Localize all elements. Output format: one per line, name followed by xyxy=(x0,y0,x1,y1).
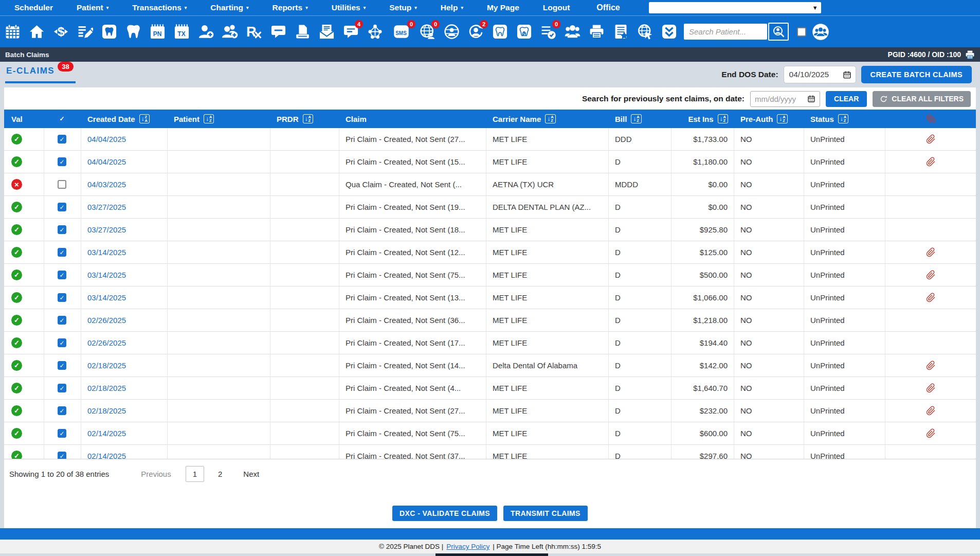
sort-icon[interactable]: ↓AZ xyxy=(777,114,787,123)
sort-icon[interactable]: ↓AZ xyxy=(631,114,641,123)
attachment-paperclip-icon[interactable] xyxy=(926,428,936,438)
attachment-paperclip-icon[interactable] xyxy=(926,134,936,144)
row-checkbox[interactable]: ✓ xyxy=(58,384,66,392)
header-carrier-name[interactable]: Carrier Name ↓AZ xyxy=(486,110,609,128)
add-patient-icon[interactable] xyxy=(197,23,214,41)
header-prdr[interactable]: PRDR ↓AZ xyxy=(270,110,339,128)
sort-icon[interactable]: ↓AZ xyxy=(718,114,728,123)
secondary-tooth-chart-icon[interactable]: 2 xyxy=(515,23,533,41)
document-star-icon[interactable] xyxy=(612,23,629,41)
prescriptions-icon[interactable] xyxy=(245,23,263,41)
staff-group-icon[interactable] xyxy=(564,23,581,41)
row-checkbox[interactable]: ✓ xyxy=(58,225,66,234)
header-val[interactable]: Val xyxy=(4,110,44,128)
header-created-date[interactable]: Created Date ↓ZA xyxy=(81,110,168,128)
page-button-2[interactable]: 2 xyxy=(211,467,229,481)
row-checkbox[interactable]: ✓ xyxy=(58,316,66,325)
patient-portal-icon[interactable] xyxy=(443,23,460,41)
progress-notes-icon[interactable]: PN xyxy=(149,23,166,41)
perio-tooth-icon[interactable] xyxy=(124,23,142,41)
sort-icon[interactable]: ↓AZ xyxy=(303,114,313,123)
row-checkbox[interactable]: ✓ xyxy=(58,361,66,370)
calendar-icon[interactable] xyxy=(843,70,851,79)
patient-search-button[interactable] xyxy=(768,23,789,41)
header-patient[interactable]: Patient ↓AZ xyxy=(168,110,270,128)
ledger-edit-icon[interactable] xyxy=(76,23,94,41)
next-page-button[interactable]: Next xyxy=(243,470,259,478)
select-all-checkbox[interactable]: ✓ xyxy=(58,115,66,123)
messages-icon[interactable]: 4 xyxy=(342,23,359,41)
patient-sync-icon[interactable]: 2 xyxy=(467,23,484,41)
created-date-link[interactable]: 02/14/2025 xyxy=(87,429,126,438)
created-date-link[interactable]: 03/27/2025 xyxy=(87,203,126,211)
row-checkbox[interactable]: ✓ xyxy=(58,271,66,279)
header-est-ins[interactable]: Est Ins ↓AZ xyxy=(672,110,734,128)
created-date-link[interactable]: 02/26/2025 xyxy=(87,338,126,347)
menu-item-my-page[interactable]: My Page xyxy=(487,3,519,12)
more-tools-icon[interactable] xyxy=(660,23,678,41)
row-checkbox[interactable]: ✓ xyxy=(58,135,66,144)
office-select[interactable]: ▼ xyxy=(649,2,821,13)
office-patients-icon[interactable] xyxy=(811,23,830,41)
menu-item-setup[interactable]: Setup▾ xyxy=(389,3,417,12)
sms-icon[interactable]: SMS0 xyxy=(390,23,412,41)
created-date-link[interactable]: 04/03/2025 xyxy=(87,180,126,189)
header-claim[interactable]: Claim xyxy=(339,110,486,128)
row-checkbox[interactable]: ✓ xyxy=(58,203,66,211)
row-checkbox[interactable]: ✓ xyxy=(58,429,66,438)
sort-icon[interactable]: ↓ZA xyxy=(139,114,150,123)
attachment-paperclip-icon[interactable] xyxy=(926,293,936,302)
menu-item-reports[interactable]: Reports▾ xyxy=(273,3,308,12)
header-bill[interactable]: Bill ↓AZ xyxy=(609,110,672,128)
row-checkbox[interactable]: ✓ xyxy=(58,338,66,347)
notes-icon[interactable] xyxy=(269,23,287,41)
created-date-link[interactable]: 04/04/2025 xyxy=(87,135,126,144)
row-checkbox[interactable]: ✓ xyxy=(58,452,66,459)
menu-item-help[interactable]: Help▾ xyxy=(441,3,463,12)
sort-icon[interactable]: ↓AZ xyxy=(545,114,555,123)
row-checkbox[interactable]: ✓ xyxy=(58,248,66,257)
attachment-paperclip-icon[interactable] xyxy=(926,270,936,280)
transmit-claims-button[interactable]: TRANSMIT CLAIMS xyxy=(503,506,588,521)
created-date-link[interactable]: 02/18/2025 xyxy=(87,361,126,370)
web-requests-icon[interactable]: 0 xyxy=(419,23,436,41)
row-checkbox[interactable] xyxy=(58,180,66,189)
schedule-icon[interactable] xyxy=(4,23,21,41)
header-pre-auth[interactable]: Pre-Auth ↓AZ xyxy=(734,110,804,128)
row-checkbox[interactable]: ✓ xyxy=(58,406,66,415)
created-date-link[interactable]: 03/14/2025 xyxy=(87,248,126,257)
created-date-link[interactable]: 02/18/2025 xyxy=(87,406,126,415)
treatment-plan-icon[interactable]: TX xyxy=(173,23,190,41)
print-page-icon[interactable] xyxy=(965,50,975,60)
privacy-policy-link[interactable]: Privacy Policy xyxy=(446,543,489,550)
menu-item-utilities[interactable]: Utilities▾ xyxy=(332,3,366,12)
calendar-icon[interactable] xyxy=(807,95,815,103)
previous-page-button[interactable]: Previous xyxy=(141,470,171,478)
menu-item-scheduler[interactable]: Scheduler xyxy=(14,3,53,12)
menu-item-charting[interactable]: Charting▾ xyxy=(210,3,248,12)
tab-eclaims[interactable]: E-CLAIMS 38 xyxy=(5,66,76,83)
attachment-paperclip-icon[interactable] xyxy=(926,361,936,370)
end-dos-date-input[interactable] xyxy=(789,70,840,79)
sort-icon[interactable]: ↓AZ xyxy=(838,114,848,123)
menu-item-patient[interactable]: Patient▾ xyxy=(77,3,108,12)
created-date-link[interactable]: 02/18/2025 xyxy=(87,384,126,392)
add-family-icon[interactable] xyxy=(221,23,239,41)
created-date-link[interactable]: 03/27/2025 xyxy=(87,225,126,234)
header-status[interactable]: Status ↓AZ xyxy=(804,110,885,128)
created-date-link[interactable]: 03/14/2025 xyxy=(87,271,126,279)
dxc-validate-claims-button[interactable]: DXC - VALIDATE CLAIMS xyxy=(392,506,497,521)
patient-search-input[interactable] xyxy=(684,24,767,40)
toolbar-checkbox[interactable] xyxy=(797,27,806,37)
created-date-link[interactable]: 03/14/2025 xyxy=(87,293,126,302)
menu-item-logout[interactable]: Logout xyxy=(543,3,570,12)
clear-all-filters-button[interactable]: CLEAR ALL FILTERS xyxy=(873,91,971,107)
tooth-chart-icon[interactable] xyxy=(491,23,509,41)
web-portal-icon[interactable] xyxy=(636,23,654,41)
referral-network-icon[interactable] xyxy=(366,23,384,41)
attachment-paperclip-icon[interactable] xyxy=(926,406,936,416)
sent-claims-date-input[interactable] xyxy=(755,95,804,103)
home-icon[interactable] xyxy=(28,23,45,41)
menu-item-transactions[interactable]: Transactions▾ xyxy=(132,3,187,12)
payments-icon[interactable] xyxy=(52,23,69,41)
